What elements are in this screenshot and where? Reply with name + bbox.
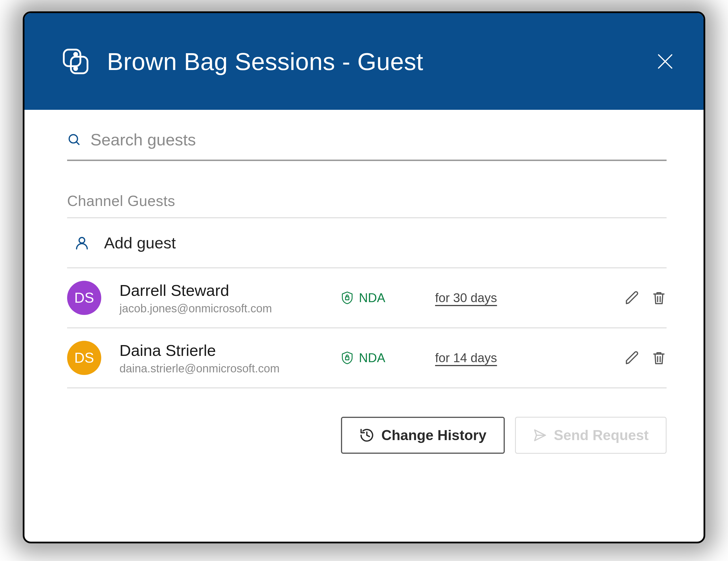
dialog-body: Channel Guests Add guest DS Darrell Stew… (24, 110, 704, 471)
svg-rect-12 (346, 357, 349, 360)
svg-point-8 (79, 237, 85, 243)
send-request-button[interactable]: Send Request (515, 417, 667, 454)
shield-icon (341, 291, 353, 305)
row-actions (624, 290, 667, 306)
avatar: DS (67, 281, 101, 315)
svg-line-7 (76, 142, 79, 144)
guest-email: jacob.jones@onmicrosoft.com (119, 302, 341, 315)
svg-rect-9 (346, 297, 349, 300)
edit-button[interactable] (624, 350, 640, 366)
guest-row: DS Daina Strierle daina.strierle@onmicro… (67, 328, 667, 388)
dialog-frame: Brown Bag Sessions - Guest Channel Guest… (23, 11, 705, 543)
svg-point-2 (73, 52, 78, 57)
history-icon (359, 428, 375, 443)
section-heading: Channel Guests (67, 192, 667, 218)
delete-button[interactable] (651, 290, 667, 306)
guest-email: daina.strierle@onmicrosoft.com (119, 362, 341, 375)
nda-label: NDA (359, 291, 385, 305)
add-guest-button[interactable]: Add guest (67, 218, 667, 268)
close-button[interactable] (655, 51, 675, 71)
guest-name: Darrell Steward (119, 281, 341, 300)
send-request-label: Send Request (554, 427, 649, 444)
shield-icon (341, 351, 353, 365)
avatar: DS (67, 341, 101, 375)
svg-point-3 (73, 66, 78, 71)
edit-button[interactable] (624, 290, 640, 306)
search-row (67, 130, 667, 161)
nda-label: NDA (359, 351, 385, 365)
change-history-label: Change History (381, 427, 487, 444)
row-actions (624, 350, 667, 366)
guest-info: Darrell Steward jacob.jones@onmicrosoft.… (119, 281, 341, 315)
search-input[interactable] (90, 130, 667, 149)
delete-button[interactable] (651, 350, 667, 366)
guest-name: Daina Strierle (119, 341, 341, 360)
change-history-button[interactable]: Change History (341, 417, 505, 454)
nda-badge: NDA (341, 291, 435, 305)
guest-row: DS Darrell Steward jacob.jones@onmicroso… (67, 268, 667, 328)
app-logo-icon (61, 47, 90, 76)
nda-badge: NDA (341, 351, 435, 365)
send-icon (533, 428, 547, 442)
dialog-title: Brown Bag Sessions - Guest (107, 47, 423, 76)
person-icon (74, 235, 90, 251)
dialog-footer: Change History Send Request (67, 417, 667, 454)
guest-info: Daina Strierle daina.strierle@onmicrosof… (119, 341, 341, 375)
duration-link[interactable]: for 30 days (435, 291, 529, 305)
add-guest-label: Add guest (104, 233, 176, 252)
search-icon (67, 132, 81, 147)
duration-link[interactable]: for 14 days (435, 351, 529, 365)
dialog-header: Brown Bag Sessions - Guest (24, 13, 704, 110)
